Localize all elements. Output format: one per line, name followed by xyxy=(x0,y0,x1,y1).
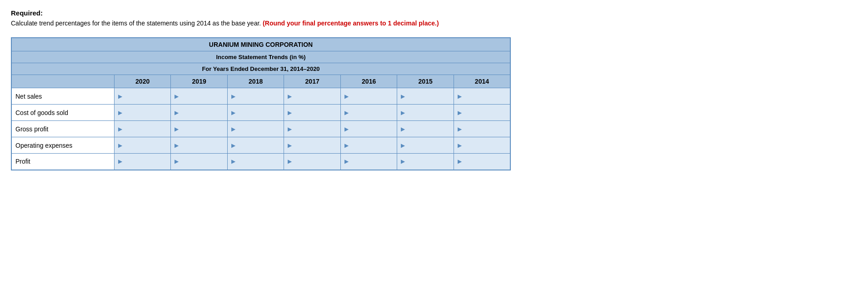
cell-input-row4-col4[interactable] xyxy=(349,157,394,166)
input-cell-row0-col1[interactable]: ▶ xyxy=(171,88,228,105)
col-header-label xyxy=(11,75,114,88)
cell-input-row0-col2[interactable] xyxy=(236,92,280,100)
input-cell-row3-col3[interactable]: ▶ xyxy=(284,137,341,154)
input-cell-row4-col0[interactable]: ▶ xyxy=(114,154,171,170)
cell-input-row1-col0[interactable] xyxy=(123,108,167,117)
input-cell-row2-col5[interactable]: ▶ xyxy=(397,121,454,137)
col-header-2015: 2015 xyxy=(397,75,454,88)
input-cell-row2-col4[interactable]: ▶ xyxy=(340,121,397,137)
input-cell-row4-col5[interactable]: ▶ xyxy=(397,154,454,170)
col-header-2016: 2016 xyxy=(340,75,397,88)
table-subtitle-row: Income Statement Trends (in %) xyxy=(11,51,510,63)
cell-input-row4-col6[interactable] xyxy=(463,157,506,166)
input-cell-row4-col2[interactable]: ▶ xyxy=(227,154,284,170)
cell-input-row0-col5[interactable] xyxy=(406,92,450,100)
input-cell-row0-col0[interactable]: ▶ xyxy=(114,88,171,105)
input-cell-row0-col3[interactable]: ▶ xyxy=(284,88,341,105)
input-cell-row0-col6[interactable]: ▶ xyxy=(454,88,510,105)
table-period: For Years Ended December 31, 2014–2020 xyxy=(11,63,510,75)
cell-input-row2-col5[interactable] xyxy=(406,125,450,133)
arrow-icon: ▶ xyxy=(401,158,405,165)
cell-input-row0-col4[interactable] xyxy=(349,92,394,100)
input-cell-row0-col4[interactable]: ▶ xyxy=(340,88,397,105)
cell-input-row1-col6[interactable] xyxy=(463,108,506,117)
cell-input-row0-col6[interactable] xyxy=(463,92,506,100)
input-cell-row0-col5[interactable]: ▶ xyxy=(397,88,454,105)
cell-input-row1-col5[interactable] xyxy=(406,108,450,117)
input-cell-row3-col2[interactable]: ▶ xyxy=(227,137,284,154)
cell-input-row2-col6[interactable] xyxy=(463,125,506,133)
cell-input-row3-col3[interactable] xyxy=(293,141,337,150)
input-cell-row4-col1[interactable]: ▶ xyxy=(171,154,228,170)
input-cell-row1-col5[interactable]: ▶ xyxy=(397,105,454,121)
input-cell-row2-col0[interactable]: ▶ xyxy=(114,121,171,137)
input-cell-row2-col6[interactable]: ▶ xyxy=(454,121,510,137)
arrow-icon: ▶ xyxy=(344,93,349,100)
cell-input-row4-col5[interactable] xyxy=(406,157,450,166)
input-cell-row3-col6[interactable]: ▶ xyxy=(454,137,510,154)
cell-input-row4-col2[interactable] xyxy=(236,157,280,166)
arrow-icon: ▶ xyxy=(118,142,122,149)
cell-input-row1-col1[interactable] xyxy=(180,108,224,117)
arrow-icon: ▶ xyxy=(231,142,235,149)
table-company-name: URANIUM MINING CORPORATION xyxy=(11,38,510,51)
required-description: Calculate trend percentages for the item… xyxy=(11,20,261,27)
input-cell-row1-col2[interactable]: ▶ xyxy=(227,105,284,121)
input-cell-row4-col3[interactable]: ▶ xyxy=(284,154,341,170)
input-cell-row3-col0[interactable]: ▶ xyxy=(114,137,171,154)
input-cell-row1-col4[interactable]: ▶ xyxy=(340,105,397,121)
input-cell-row3-col1[interactable]: ▶ xyxy=(171,137,228,154)
arrow-icon: ▶ xyxy=(344,158,349,165)
cell-input-row0-col3[interactable] xyxy=(293,92,337,100)
input-cell-row4-col4[interactable]: ▶ xyxy=(340,154,397,170)
arrow-icon: ▶ xyxy=(175,142,179,149)
cell-input-row2-col2[interactable] xyxy=(236,125,280,133)
arrow-icon: ▶ xyxy=(118,158,122,165)
cell-input-row3-col6[interactable] xyxy=(463,141,506,150)
row-label-0: Net sales xyxy=(11,88,114,105)
cell-input-row3-col1[interactable] xyxy=(180,141,224,150)
table-subtitle: Income Statement Trends (in %) xyxy=(11,51,510,63)
cell-input-row4-col3[interactable] xyxy=(293,157,337,166)
arrow-icon: ▶ xyxy=(118,126,122,132)
cell-input-row2-col1[interactable] xyxy=(180,125,224,133)
col-header-2020: 2020 xyxy=(114,75,171,88)
table-period-row: For Years Ended December 31, 2014–2020 xyxy=(11,63,510,75)
cell-input-row1-col3[interactable] xyxy=(293,108,337,117)
cell-input-row3-col0[interactable] xyxy=(123,141,167,150)
cell-input-row3-col5[interactable] xyxy=(406,141,450,150)
arrow-icon: ▶ xyxy=(344,126,349,132)
arrow-icon: ▶ xyxy=(231,158,235,165)
input-cell-row0-col2[interactable]: ▶ xyxy=(227,88,284,105)
input-cell-row1-col3[interactable]: ▶ xyxy=(284,105,341,121)
input-cell-row3-col5[interactable]: ▶ xyxy=(397,137,454,154)
input-cell-row1-col1[interactable]: ▶ xyxy=(171,105,228,121)
input-cell-row4-col6[interactable]: ▶ xyxy=(454,154,510,170)
arrow-icon: ▶ xyxy=(458,126,462,132)
cell-input-row4-col0[interactable] xyxy=(123,157,167,166)
cell-input-row2-col3[interactable] xyxy=(293,125,337,133)
required-text: Calculate trend percentages for the item… xyxy=(11,19,857,28)
cell-input-row0-col1[interactable] xyxy=(180,92,224,100)
cell-input-row2-col0[interactable] xyxy=(123,125,167,133)
table-row: Gross profit▶▶▶▶▶▶▶ xyxy=(11,121,510,137)
row-label-4: Profit xyxy=(11,154,114,170)
input-cell-row2-col3[interactable]: ▶ xyxy=(284,121,341,137)
arrow-icon: ▶ xyxy=(401,93,405,100)
cell-input-row3-col2[interactable] xyxy=(236,141,280,150)
cell-input-row4-col1[interactable] xyxy=(180,157,224,166)
arrow-icon: ▶ xyxy=(344,142,349,149)
cell-input-row3-col4[interactable] xyxy=(349,141,394,150)
arrow-icon: ▶ xyxy=(288,158,292,165)
input-cell-row3-col4[interactable]: ▶ xyxy=(340,137,397,154)
input-cell-row1-col6[interactable]: ▶ xyxy=(454,105,510,121)
input-cell-row2-col1[interactable]: ▶ xyxy=(171,121,228,137)
cell-input-row1-col2[interactable] xyxy=(236,108,280,117)
cell-input-row1-col4[interactable] xyxy=(349,108,394,117)
input-cell-row2-col2[interactable]: ▶ xyxy=(227,121,284,137)
cell-input-row0-col0[interactable] xyxy=(123,92,167,100)
input-cell-row1-col0[interactable]: ▶ xyxy=(114,105,171,121)
table-years-row: 2020 2019 2018 2017 2016 2015 2014 xyxy=(11,75,510,88)
table-row: Profit▶▶▶▶▶▶▶ xyxy=(11,154,510,170)
cell-input-row2-col4[interactable] xyxy=(349,125,394,133)
